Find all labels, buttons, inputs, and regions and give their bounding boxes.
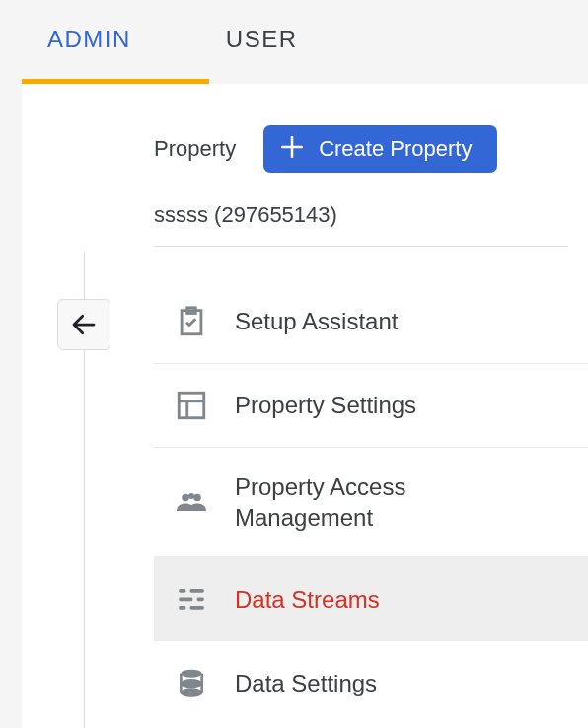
layout-icon <box>174 388 209 423</box>
menu-item-label: Data Settings <box>235 668 377 698</box>
property-label: Property <box>154 136 236 162</box>
tab-user-label: USER <box>226 26 298 53</box>
svg-point-15 <box>181 679 201 687</box>
create-property-label: Create Property <box>319 136 472 162</box>
menu-item-property-access[interactable]: Property Access Management <box>154 448 588 557</box>
create-property-button[interactable]: Create Property <box>263 125 497 173</box>
menu-item-data-settings[interactable]: Data Settings <box>154 641 588 724</box>
tab-admin-label: ADMIN <box>47 26 131 53</box>
svg-rect-13 <box>190 606 204 610</box>
menu-item-data-streams[interactable]: Data Streams <box>154 557 588 641</box>
menu-item-label: Property Access Management <box>235 472 452 533</box>
property-name: sssss (297655143) <box>22 202 588 246</box>
menu-item-label: Setup Assistant <box>235 306 398 336</box>
svg-rect-12 <box>179 606 185 610</box>
svg-point-6 <box>193 494 201 502</box>
menu-item-label: Data Streams <box>235 584 380 615</box>
svg-point-14 <box>181 670 201 678</box>
svg-rect-9 <box>190 589 204 593</box>
plus-icon <box>281 135 303 163</box>
tab-admin[interactable]: ADMIN <box>0 0 179 79</box>
clipboard-check-icon <box>174 304 209 339</box>
divider <box>154 246 568 247</box>
menu-item-property-settings[interactable]: Property Settings <box>154 364 588 448</box>
svg-point-5 <box>182 494 189 502</box>
svg-point-7 <box>188 493 194 499</box>
svg-point-16 <box>181 689 201 696</box>
menu-item-label: Property Settings <box>235 390 416 420</box>
arrow-left-icon <box>69 310 99 339</box>
tab-user[interactable]: USER <box>179 0 345 79</box>
svg-rect-11 <box>197 598 204 602</box>
people-icon <box>174 484 209 520</box>
svg-rect-2 <box>179 393 204 418</box>
svg-rect-8 <box>179 589 185 593</box>
svg-rect-10 <box>179 598 192 602</box>
database-icon <box>174 665 209 700</box>
tune-icon <box>174 581 209 617</box>
menu-item-setup-assistant[interactable]: Setup Assistant <box>154 280 588 364</box>
back-button[interactable] <box>57 299 110 350</box>
